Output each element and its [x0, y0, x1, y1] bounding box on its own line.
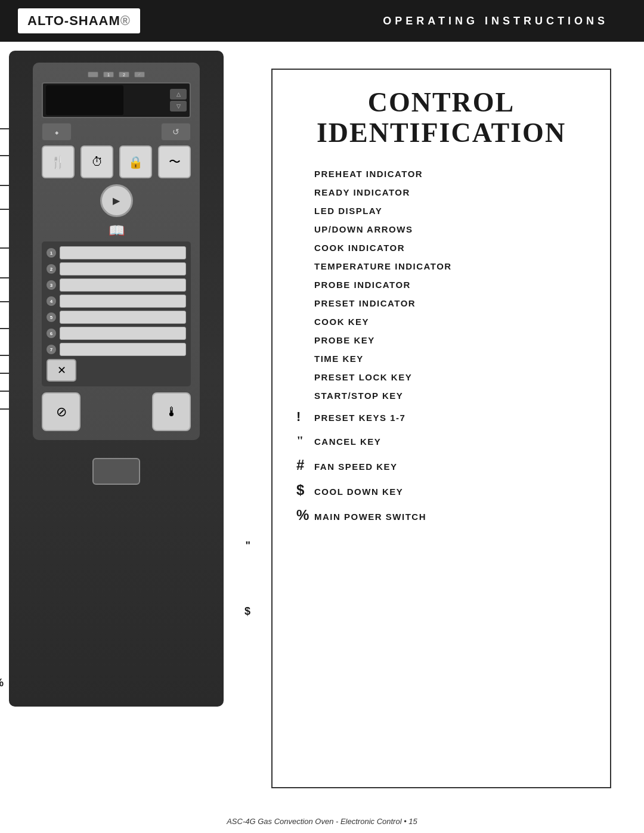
indicator-1	[103, 72, 114, 78]
probe-ind-label: PROBE INDICATOR	[314, 280, 411, 290]
down-arrow[interactable]: ▽	[170, 101, 187, 112]
ptr-lock-key	[0, 408, 9, 410]
ptr-preheat	[0, 128, 9, 129]
id-item-cook-key: COOK KEY	[296, 317, 586, 327]
temp-label: TEMPERATURE INDICATOR	[314, 261, 452, 271]
cool-down-key[interactable]: 🌡	[152, 392, 191, 431]
outer-panel: △ ▽ ⬥ ↺ 🍴 ⏱ 🔒 〜	[9, 51, 224, 707]
preset-lock-key[interactable]: 🔒	[119, 145, 152, 178]
preset-key-3: 3	[47, 278, 186, 292]
preset-dot-1: 1	[47, 248, 56, 258]
probe-indicator-button: ↺	[161, 123, 191, 141]
indicator-buttons-row: ⬥ ↺	[42, 123, 191, 141]
thermometer-icon: 🌡	[165, 404, 178, 420]
ready-label: READY INDICATOR	[314, 187, 410, 197]
ptr-ready	[0, 155, 9, 156]
lock-key-label: PRESET LOCK KEY	[314, 372, 412, 382]
preset-keys-label: PRESET KEYS 1-7	[314, 413, 405, 423]
id-item-preheat: PREHEAT INDICATOR	[296, 169, 586, 179]
id-item-time-key: TIME KEY	[296, 354, 586, 364]
arrows-label: UP/DOWN ARROWS	[314, 224, 413, 234]
ptr-probe-key	[0, 373, 9, 374]
time-key[interactable]: 〜	[158, 145, 191, 178]
preset-button-3[interactable]	[60, 278, 186, 292]
preset-key-2: 2	[47, 262, 186, 275]
cancel-key[interactable]: ✕	[47, 359, 76, 382]
id-item-fan-speed: # FAN SPEED KEY	[296, 457, 586, 473]
ptr-cook-key	[0, 355, 9, 356]
start-stop-key[interactable]: ▶	[100, 184, 133, 217]
cook-key[interactable]: 🍴	[42, 145, 75, 178]
preset-dot-4: 4	[47, 296, 56, 306]
preset-dot-7: 7	[47, 345, 56, 354]
header-title: OPERATING INSTRUCTIONS	[383, 15, 608, 27]
control-panel-graphic: △ ▽ ⬥ ↺ 🍴 ⏱ 🔒 〜	[33, 63, 200, 440]
identification-panel: CONTROL IDENTIFICATION PREHEAT INDICATOR…	[247, 51, 635, 806]
preset-key-5: 5	[47, 311, 186, 324]
cook-indicator-button: ⬥	[42, 123, 72, 141]
cancel-key-row: ✕	[47, 359, 186, 382]
led-label: LED DISPLAY	[314, 206, 382, 216]
preset-button-4[interactable]	[60, 295, 186, 308]
up-down-arrows: △ ▽	[170, 89, 187, 112]
id-item-start-stop: START/STOP KEY	[296, 391, 586, 401]
display-screen	[46, 85, 123, 115]
id-item-preset-keys: ! PRESET KEYS 1-7	[296, 409, 586, 425]
id-item-arrows: UP/DOWN ARROWS	[296, 224, 586, 234]
preheat-label: PREHEAT INDICATOR	[314, 169, 423, 179]
cool-down-label: COOL DOWN KEY	[314, 487, 403, 497]
ptr-arrows	[0, 209, 9, 210]
start-stop-label: START/STOP KEY	[314, 391, 403, 401]
cancel-x-icon: ✕	[57, 364, 66, 377]
id-item-lock-key: PRESET LOCK KEY	[296, 372, 586, 382]
probe-key[interactable]: ⏱	[80, 145, 113, 178]
preset-key-6: 6	[47, 327, 186, 340]
preset-button-5[interactable]	[60, 311, 186, 324]
id-item-main-power: % MAIN POWER SWITCH	[296, 507, 586, 524]
main-power-label: MAIN POWER SWITCH	[314, 512, 426, 522]
cancel-marker: "	[296, 433, 314, 448]
preheat-indicator-light	[88, 72, 98, 78]
ptr-probe-ind	[0, 301, 9, 302]
preset-keys-marker: !	[296, 409, 314, 425]
cook-ind-label: COOK INDICATOR	[314, 243, 405, 253]
preset-button-2[interactable]	[60, 262, 186, 275]
up-arrow[interactable]: △	[170, 89, 187, 100]
top-indicators-row	[42, 72, 191, 78]
preset-dot-3: 3	[47, 280, 56, 290]
ptr-cook-ind	[0, 247, 9, 249]
preset-key-4: 4	[47, 295, 186, 308]
main-function-buttons: 🍴 ⏱ 🔒 〜	[42, 145, 191, 178]
cook-key-label: COOK KEY	[314, 317, 369, 327]
id-item-cook-ind: COOK INDICATOR	[296, 243, 586, 253]
id-item-probe-ind: PROBE INDICATOR	[296, 280, 586, 290]
preset-button-1[interactable]	[60, 246, 186, 259]
main-power-symbol: %	[0, 677, 4, 689]
page-wrapper: ALTO-SHAAM® OPERATING INSTRUCTIONS	[0, 0, 644, 833]
id-item-cancel: " CANCEL KEY	[296, 433, 586, 448]
bottom-buttons-row: ⊘ 🌡	[42, 392, 191, 431]
no-sign-icon: ⊘	[56, 404, 67, 420]
preset-dot-5: 5	[47, 312, 56, 322]
preset-key-1: 1	[47, 246, 186, 259]
id-item-preset-ind: PRESET INDICATOR	[296, 298, 586, 308]
play-icon: ▶	[113, 195, 120, 206]
power-area	[92, 458, 140, 485]
main-power-switch[interactable]	[92, 458, 140, 485]
preset-keys-section: 1 2 3 4	[42, 241, 191, 386]
preset-button-7[interactable]	[60, 343, 186, 356]
cancel-key-symbol: "	[245, 540, 250, 552]
id-item-led: LED DISPLAY	[296, 206, 586, 216]
id-item-probe-key: PROBE KEY	[296, 335, 586, 345]
body-area: △ ▽ ⬥ ↺ 🍴 ⏱ 🔒 〜	[0, 42, 644, 809]
fan-speed-marker: #	[296, 457, 314, 473]
ptr-time-key	[0, 391, 9, 392]
id-item-ready: READY INDICATOR	[296, 187, 586, 197]
preset-button-6[interactable]	[60, 327, 186, 340]
ptr-temp	[0, 277, 9, 278]
probe-key-label: PROBE KEY	[314, 335, 375, 345]
preset-dot-6: 6	[47, 329, 56, 338]
book-icon: 📖	[42, 223, 191, 239]
fan-speed-key[interactable]: ⊘	[42, 392, 80, 431]
time-key-label: TIME KEY	[314, 354, 364, 364]
